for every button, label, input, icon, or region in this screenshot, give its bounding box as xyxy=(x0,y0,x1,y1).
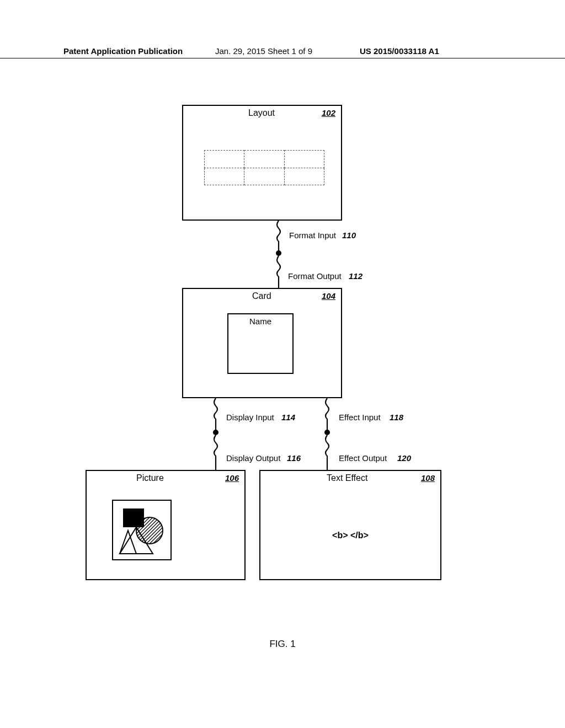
text-effect-block: Text Effect 108 <b> </b> xyxy=(259,470,441,580)
svg-point-0 xyxy=(276,250,281,256)
connector-format xyxy=(270,221,287,288)
effect-input-ref: 118 xyxy=(390,413,403,422)
svg-point-1 xyxy=(213,430,218,435)
effect-input-label: Effect Input xyxy=(339,413,381,422)
format-input-ref: 110 xyxy=(342,231,356,240)
svg-point-2 xyxy=(324,430,330,435)
header-publication: Patent Application Publication xyxy=(63,46,183,56)
header-date-sheet: Jan. 29, 2015 Sheet 1 of 9 xyxy=(215,46,312,56)
name-slot-label: Name xyxy=(228,317,292,326)
figure-caption: FIG. 1 xyxy=(0,639,565,650)
card-title: Card xyxy=(252,291,271,301)
picture-thumbnail xyxy=(112,500,172,560)
connector-effect xyxy=(319,398,335,470)
text-effect-ref: 108 xyxy=(421,473,435,483)
display-input-ref: 114 xyxy=(281,413,295,422)
picture-icon xyxy=(113,501,173,561)
text-effect-body: <b> </b> xyxy=(260,531,440,540)
text-effect-title: Text Effect xyxy=(327,473,367,483)
layout-block: Layout 102 xyxy=(182,105,342,221)
picture-title: Picture xyxy=(136,473,164,483)
display-input-label: Display Input xyxy=(226,413,274,422)
format-input-label: Format Input xyxy=(289,231,336,240)
display-output-label: Display Output xyxy=(226,453,280,463)
card-block: Card 104 Name xyxy=(182,288,342,398)
patent-figure-page: Patent Application Publication Jan. 29, … xyxy=(0,0,565,728)
page-header: Patent Application Publication Jan. 29, … xyxy=(0,46,565,58)
display-output-ref: 116 xyxy=(287,453,301,463)
header-patent-number: US 2015/0033118 A1 xyxy=(360,46,439,56)
layout-title: Layout xyxy=(248,108,275,118)
format-output-ref: 112 xyxy=(349,271,363,281)
layout-ref: 102 xyxy=(322,108,335,117)
format-output-label: Format Output xyxy=(288,271,342,281)
svg-point-4 xyxy=(136,517,163,544)
connector-display xyxy=(207,398,224,470)
picture-ref: 106 xyxy=(225,473,239,483)
card-ref: 104 xyxy=(322,291,335,301)
layout-grid-icon xyxy=(204,150,324,185)
effect-output-ref: 120 xyxy=(397,453,411,463)
name-slot: Name xyxy=(227,313,294,374)
picture-block: Picture 106 xyxy=(86,470,246,580)
effect-output-label: Effect Output xyxy=(339,453,387,463)
